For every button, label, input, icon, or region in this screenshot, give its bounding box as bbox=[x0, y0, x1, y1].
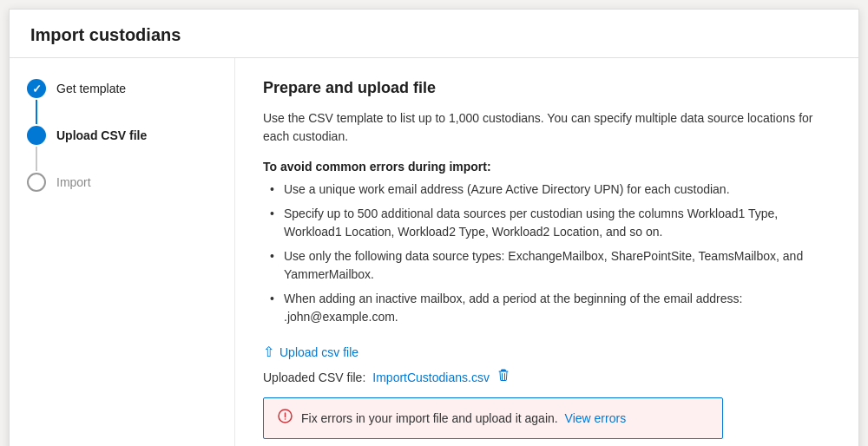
step2-label: Upload CSV file bbox=[56, 126, 147, 145]
steps-sidebar: ✓ Get template Upload CSV file I bbox=[10, 58, 235, 446]
step3-connector bbox=[27, 173, 46, 192]
intro-text: Use the CSV template to list up to 1,000… bbox=[263, 109, 831, 146]
upload-section: ⇧ Upload csv file Uploaded CSV file: Imp… bbox=[263, 344, 831, 439]
step1-circle: ✓ bbox=[27, 79, 46, 98]
step1-label: Get template bbox=[56, 79, 126, 98]
step-upload-csv: Upload CSV file bbox=[27, 126, 217, 173]
step3-label: Import bbox=[56, 173, 91, 192]
step1-connector: ✓ bbox=[27, 79, 46, 126]
step2-connector bbox=[27, 126, 46, 173]
step-get-template: ✓ Get template bbox=[27, 79, 217, 126]
upload-link-label: Upload csv file bbox=[279, 345, 358, 359]
uploaded-file-link[interactable]: ImportCustodians.csv bbox=[372, 371, 490, 384]
import-custodians-dialog: Import custodians ✓ Get template bbox=[9, 9, 859, 446]
bullet-3: Use only the following data source types… bbox=[270, 247, 831, 284]
step3-circle bbox=[27, 173, 46, 192]
uploaded-file-row: Uploaded CSV file: ImportCustodians.csv bbox=[263, 369, 831, 385]
step2-line bbox=[36, 147, 37, 171]
checkmark-icon: ✓ bbox=[32, 82, 42, 95]
uploaded-file-prefix: Uploaded CSV file: bbox=[263, 371, 365, 384]
step1-line bbox=[36, 100, 37, 124]
errors-label: To avoid common errors during import: bbox=[263, 160, 831, 174]
error-text: Fix errors in your import file and uploa… bbox=[301, 411, 626, 425]
step-import: Import bbox=[27, 173, 217, 192]
bullet-list: Use a unique work email address (Azure A… bbox=[270, 180, 831, 326]
bullet-1: Use a unique work email address (Azure A… bbox=[270, 180, 831, 199]
upload-csv-link[interactable]: ⇧ Upload csv file bbox=[263, 344, 831, 360]
delete-file-icon[interactable] bbox=[496, 369, 510, 385]
view-errors-link[interactable]: View errors bbox=[565, 411, 627, 425]
error-banner: Fix errors in your import file and uploa… bbox=[263, 397, 723, 439]
dialog-body: ✓ Get template Upload CSV file I bbox=[10, 58, 858, 446]
bullet-2: Specify up to 500 additional data source… bbox=[270, 205, 831, 241]
main-content: Prepare and upload file Use the CSV temp… bbox=[235, 58, 858, 446]
error-icon bbox=[278, 409, 293, 428]
dialog-header: Import custodians bbox=[10, 10, 858, 58]
dialog-title: Import custodians bbox=[30, 25, 838, 45]
error-message-text: Fix errors in your import file and uploa… bbox=[301, 411, 558, 425]
section-title: Prepare and upload file bbox=[263, 79, 831, 97]
step2-circle bbox=[27, 126, 46, 145]
svg-point-2 bbox=[285, 418, 286, 420]
upload-icon: ⇧ bbox=[263, 344, 274, 360]
bullet-4: When adding an inactive mailbox, add a p… bbox=[270, 290, 831, 326]
